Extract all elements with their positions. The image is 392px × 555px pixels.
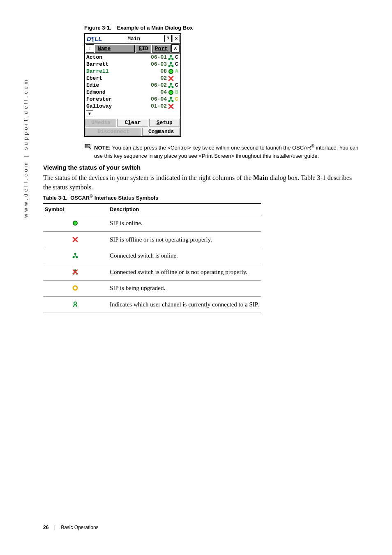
eid-column-button[interactable]: EID bbox=[136, 45, 151, 53]
user-flag-indicator: A bbox=[171, 44, 180, 53]
server-name: Forester bbox=[86, 96, 147, 102]
list-item[interactable]: Acton06-01C bbox=[85, 54, 180, 61]
close-button[interactable]: × bbox=[173, 35, 180, 42]
symbol-cell bbox=[43, 280, 108, 297]
channel-letter: B bbox=[175, 89, 179, 95]
disconnect-button: Disconnect bbox=[85, 128, 141, 136]
section-name: Basic Operations bbox=[61, 525, 98, 530]
list-item[interactable]: Ebert02 bbox=[85, 75, 180, 82]
list-item[interactable]: Forester06-04C bbox=[85, 96, 180, 103]
channel-letter: C bbox=[175, 54, 179, 60]
name-column-button[interactable]: Name bbox=[95, 45, 135, 53]
server-name: Galloway bbox=[86, 103, 147, 109]
table-row: Indicates which user channel is currentl… bbox=[43, 297, 261, 313]
umedia-button: UMedia bbox=[85, 119, 116, 127]
dell-logo: D¶LL bbox=[85, 35, 104, 42]
list-item[interactable]: Barrett06-03C bbox=[85, 61, 180, 68]
server-name: Edie bbox=[86, 82, 147, 88]
note-icon bbox=[84, 143, 92, 150]
server-name: Ebert bbox=[86, 75, 147, 81]
server-list: Acton06-01CBarrett06-03CDarrell08AEbert0… bbox=[85, 54, 180, 110]
status-icon bbox=[167, 54, 175, 61]
symbol-cell bbox=[43, 215, 108, 232]
status-icon bbox=[167, 89, 175, 96]
description-cell: Connected switch is offline or is not op… bbox=[108, 264, 261, 281]
table-row: SIP is online. bbox=[43, 215, 261, 232]
dialog-titlebar: D¶LL Main ? × bbox=[85, 34, 180, 44]
page-footer: 26 | Basic Operations bbox=[43, 525, 99, 530]
table-row: Connected switch is online. bbox=[43, 248, 261, 264]
page-number: 26 bbox=[43, 525, 48, 530]
help-button[interactable]: ? bbox=[164, 35, 172, 42]
status-icon bbox=[167, 61, 175, 68]
status-icon bbox=[167, 82, 175, 89]
dialog-title: Main bbox=[104, 36, 164, 42]
server-port: 06-03 bbox=[147, 61, 167, 67]
note-text: NOTE: You can also press the <Control> k… bbox=[94, 143, 359, 160]
section-heading: Viewing the status of your switch bbox=[43, 164, 359, 171]
description-cell: SIP is being upgraded. bbox=[108, 280, 261, 297]
sort-button[interactable]: ↕ bbox=[86, 44, 94, 53]
server-name: Edmond bbox=[86, 89, 147, 95]
server-port: 04 bbox=[147, 89, 167, 95]
note-block: NOTE: You can also press the <Control> k… bbox=[84, 143, 359, 160]
scroll-down-button[interactable]: ▼ bbox=[86, 111, 93, 117]
channel-letter: C bbox=[175, 82, 179, 88]
dialog-column-header: ↕ Name EID Port A bbox=[85, 44, 180, 54]
description-cell: SIP is offline or is not operating prope… bbox=[108, 232, 261, 248]
table-row: Connected switch is offline or is not op… bbox=[43, 264, 261, 281]
figure-title: Example of a Main Dialog Box bbox=[117, 25, 193, 31]
figure-number: Figure 3-1. bbox=[84, 25, 111, 31]
server-port: 08 bbox=[147, 68, 167, 74]
body-paragraph: The status of the devices in your system… bbox=[43, 173, 359, 192]
server-port: 06-02 bbox=[147, 82, 167, 88]
status-icon bbox=[167, 75, 175, 82]
commands-button[interactable]: Commands bbox=[142, 128, 180, 136]
table-caption: Table 3-1. OSCAR® Interface Status Symbo… bbox=[43, 193, 359, 201]
description-cell: Indicates which user channel is currentl… bbox=[108, 297, 261, 313]
table-row: SIP is offline or is not operating prope… bbox=[43, 232, 261, 248]
server-port: 06-01 bbox=[147, 54, 167, 60]
description-cell: SIP is online. bbox=[108, 215, 261, 232]
col-description: Description bbox=[108, 204, 261, 215]
figure-caption: Figure 3-1. Example of a Main Dialog Box bbox=[84, 25, 359, 31]
list-item[interactable]: Edmond04B bbox=[85, 89, 180, 96]
clear-button[interactable]: Clear bbox=[117, 119, 148, 127]
side-url: www.dell.com | support.dell.com bbox=[23, 78, 29, 218]
server-name: Darrell bbox=[86, 68, 147, 74]
symbol-cell bbox=[43, 248, 108, 264]
port-column-button[interactable]: Port bbox=[152, 45, 171, 53]
status-icon bbox=[167, 96, 175, 103]
server-port: 02 bbox=[147, 75, 167, 81]
main-dialog: D¶LL Main ? × ↕ Name EID Port A Acton06-… bbox=[84, 33, 181, 137]
col-symbol: Symbol bbox=[43, 204, 108, 215]
server-port: 06-04 bbox=[147, 96, 167, 102]
server-port: 01-02 bbox=[147, 103, 167, 109]
server-name: Acton bbox=[86, 54, 147, 60]
channel-letter: C bbox=[175, 61, 179, 67]
table-row: SIP is being upgraded. bbox=[43, 280, 261, 297]
status-icon bbox=[167, 103, 175, 110]
status-icon bbox=[167, 68, 175, 75]
channel-letter: A bbox=[175, 68, 179, 74]
symbol-cell bbox=[43, 232, 108, 248]
description-cell: Connected switch is online. bbox=[108, 248, 261, 264]
status-symbols-table: Symbol Description SIP is online.SIP is … bbox=[43, 203, 261, 313]
symbol-cell bbox=[43, 264, 108, 281]
footer-separator: | bbox=[54, 525, 55, 530]
list-item[interactable]: Galloway01-02 bbox=[85, 103, 180, 110]
server-name: Barrett bbox=[86, 61, 147, 67]
list-item[interactable]: Edie06-02C bbox=[85, 82, 180, 89]
channel-letter: C bbox=[175, 96, 179, 102]
list-item[interactable]: Darrell08A bbox=[85, 68, 180, 75]
setup-button[interactable]: Setup bbox=[149, 119, 180, 127]
symbol-cell bbox=[43, 297, 108, 313]
